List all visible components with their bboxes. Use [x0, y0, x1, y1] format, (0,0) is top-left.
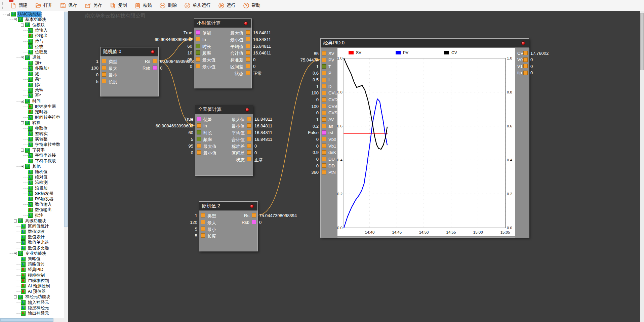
input-port-CVS[interactable]	[322, 111, 326, 115]
node-pid-0[interactable]: 经典PID:0SV85PV75.04474T1P0.6I0.5D1CVU100C…	[320, 38, 529, 238]
tree-item[interactable]: R模糊控制	[0, 273, 64, 278]
input-port-AV[interactable]	[322, 117, 326, 122]
tree-item[interactable]: U批注	[0, 213, 64, 218]
output-port-Rsb[interactable]	[153, 66, 157, 70]
node-canvas[interactable]: 南京华米云控科技有限公司 随机值:0类型1最大100最小0长度5Rs60.908…	[68, 11, 640, 322]
node-random-2[interactable]: 随机值:2类型1最大120最小5长度5Rs75.0447398098394Rsb…	[199, 201, 258, 251]
output-port-状态[interactable]	[247, 157, 251, 161]
tree-item[interactable]: U高级功能块	[0, 218, 64, 224]
tree-item[interactable]: U其他	[0, 164, 64, 169]
output-port-tip[interactable]	[523, 71, 528, 75]
tree-item[interactable]: U随机值	[0, 169, 64, 174]
tree-item[interactable]: U基本功能块	[0, 17, 64, 22]
node-hour-calc[interactable]: 小时值计算使能TrueIn60.9084693998603时长60频率10最大值…	[194, 18, 252, 88]
collapse-toggle-icon[interactable]	[14, 219, 17, 223]
input-port-alf[interactable]	[322, 124, 326, 128]
output-port-标准差[interactable]	[246, 57, 250, 62]
toolbar-button-delete[interactable]: 删除	[156, 1, 180, 10]
toolbar-button-run[interactable]: 运行	[214, 1, 239, 10]
tree-item[interactable]: U专业功能块	[0, 251, 64, 256]
input-port-最小[interactable]	[102, 72, 106, 77]
tree-item[interactable]: U实转整	[0, 136, 64, 142]
output-port-最大值[interactable]	[246, 30, 250, 35]
input-port-DD[interactable]	[322, 163, 326, 168]
tree-item[interactable]: USR触发器	[0, 191, 64, 196]
node-random-0[interactable]: 随机值:0类型1最大100最小0长度5Rs60.9084693998603Rsb…	[100, 47, 159, 96]
tree-item[interactable]: U位模块	[0, 22, 64, 28]
collapse-toggle-icon[interactable]	[21, 165, 24, 168]
tree-item[interactable]: URS触发器	[0, 196, 64, 202]
canvas-vertical-scrollbar[interactable]	[640, 11, 644, 322]
collapse-toggle-icon[interactable]	[21, 149, 24, 152]
output-port-平均值[interactable]	[246, 44, 250, 48]
tree-item[interactable]: U运算	[0, 55, 64, 61]
tree-item[interactable]: U减-	[0, 71, 64, 77]
input-port-CVD[interactable]	[322, 97, 326, 102]
node-day-calc[interactable]: 全天值计算使能TrueIn60.9084693998603时长60频率5最大值9…	[195, 105, 253, 176]
input-port-最小[interactable]	[201, 227, 205, 231]
tree-item[interactable]: U沿累加	[0, 186, 64, 191]
tree-item[interactable]: R输出神经元	[0, 311, 64, 316]
input-port-D[interactable]	[322, 84, 326, 88]
sidebar-vertical-scrollbar[interactable]	[64, 11, 68, 322]
tree-item[interactable]: U字符串	[0, 148, 64, 153]
tree-item[interactable]: R定时器	[0, 109, 64, 115]
tree-item[interactable]: U乘*	[0, 77, 64, 82]
tree-item[interactable]: R时钟发生器	[0, 104, 64, 109]
input-port-CVB[interactable]	[322, 104, 326, 108]
input-port-I[interactable]	[322, 78, 326, 82]
output-port-V0[interactable]	[523, 57, 528, 62]
toolbar-grip[interactable]	[2, 2, 3, 9]
tree-item[interactable]: U策略值%	[0, 262, 64, 267]
tree-item[interactable]: U输入神经元	[0, 300, 64, 305]
input-port-Vb0[interactable]	[322, 137, 326, 141]
collapse-toggle-icon[interactable]	[14, 252, 17, 255]
toolbar-button-open[interactable]: 打开	[31, 1, 56, 10]
output-port-区间差[interactable]	[246, 64, 250, 68]
input-port-DU[interactable]	[322, 157, 326, 161]
tree-item[interactable]: U神经元功能块	[0, 294, 64, 300]
output-port-合计值[interactable]	[247, 137, 251, 141]
toolbar-button-save[interactable]: 保存	[56, 1, 81, 10]
tree-item[interactable]: U位或	[0, 44, 64, 49]
tree-item[interactable]: R经典PID	[0, 267, 64, 273]
output-port-最小值[interactable]	[247, 123, 251, 128]
collapse-toggle-icon[interactable]	[14, 295, 17, 298]
toolbar-button-copy[interactable]: 复制	[106, 1, 131, 10]
scrollbar-thumb[interactable]	[640, 13, 644, 70]
input-port-Vb1[interactable]	[322, 144, 326, 148]
input-port-rst[interactable]	[322, 130, 326, 135]
toolbar-button-help[interactable]: 帮助	[239, 1, 264, 10]
toolbar-button-saveas[interactable]: 另存	[81, 1, 106, 10]
tree-item[interactable]: U数值滤波	[0, 229, 64, 235]
output-port-最小值[interactable]	[246, 37, 250, 41]
output-port-状态[interactable]	[246, 71, 250, 75]
tree-item[interactable]: U整取位	[0, 126, 64, 131]
tree-item[interactable]: R自模糊控制	[0, 278, 64, 283]
tree-item[interactable]: U沿检测	[0, 180, 64, 186]
output-port-区间差[interactable]	[247, 150, 251, 155]
scrollbar-thumb[interactable]	[64, 12, 68, 227]
output-port-V1[interactable]	[523, 64, 528, 68]
collapse-toggle-icon[interactable]	[21, 24, 24, 27]
tree-item[interactable]: R位输出	[0, 33, 64, 39]
tree-item[interactable]: U数值单比选	[0, 240, 64, 245]
tree-item[interactable]: U字符串截取	[0, 158, 64, 164]
collapse-toggle-icon[interactable]	[7, 13, 10, 16]
tree-item[interactable]: U隐层神经元	[0, 305, 64, 311]
input-port-CVU[interactable]	[322, 91, 326, 95]
collapse-toggle-icon[interactable]	[21, 100, 24, 103]
tree-item[interactable]: U数值多比选	[0, 245, 64, 251]
tree-item[interactable]: U幂^	[0, 93, 64, 98]
sidebar-horizontal-scrollbar[interactable]	[0, 318, 64, 322]
tree-item[interactable]: U位输入	[0, 28, 64, 33]
output-port-Rsb[interactable]	[252, 220, 256, 224]
output-port-Rs[interactable]	[252, 213, 256, 217]
input-port-PtN[interactable]	[322, 170, 326, 174]
tree-item[interactable]: U字符串连接	[0, 153, 64, 158]
tree-item[interactable]: RAI 预估器	[0, 289, 64, 294]
tree-item[interactable]: RAI 预测控制	[0, 283, 64, 289]
input-port-deK[interactable]	[322, 150, 326, 155]
tree-item[interactable]: U转换	[0, 120, 64, 126]
output-port-标准差[interactable]	[247, 144, 251, 148]
